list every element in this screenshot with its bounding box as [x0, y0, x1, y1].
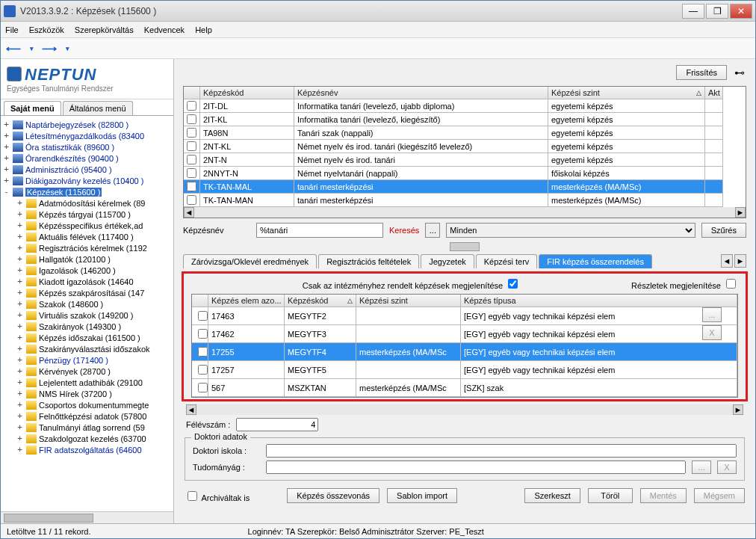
- row-checkbox[interactable]: [187, 101, 196, 111]
- grid-scroll-left[interactable]: ◄: [184, 207, 194, 218]
- tree-toggle[interactable]: +: [16, 254, 24, 264]
- tab-scroll-right[interactable]: ►: [734, 254, 746, 268]
- tree-toggle[interactable]: +: [16, 299, 24, 309]
- merge-button[interactable]: Képzés összevonás: [287, 488, 379, 503]
- tab-own-menu[interactable]: Saját menü: [4, 101, 61, 115]
- edit-button[interactable]: Szerkeszt: [524, 488, 580, 503]
- tree-item[interactable]: +Diákigazolvány kezelés (10400 ): [2, 175, 172, 186]
- cancel-button[interactable]: Mégsem: [694, 488, 745, 503]
- col-elem-type[interactable]: Képzés típusa: [461, 295, 737, 307]
- doctoral-school-input[interactable]: [266, 444, 737, 458]
- tree-toggle[interactable]: +: [16, 400, 24, 410]
- menu-file[interactable]: File: [5, 25, 19, 34]
- tab-fir-mapping[interactable]: FIR képzés összerendelés: [539, 254, 652, 268]
- col-name[interactable]: Képzésnév: [294, 87, 548, 99]
- tree-item[interactable]: +Virtuális szakok (149200 ): [2, 309, 172, 321]
- table-row[interactable]: 17255MEGYTF4 mesterképzés (MA/MSc[EGY] e…: [192, 343, 737, 361]
- tree-toggle[interactable]: +: [16, 333, 24, 342]
- tab-notebooks[interactable]: Jegyzetek: [421, 254, 474, 268]
- tree-toggle[interactable]: +: [16, 232, 24, 241]
- archived-checkbox[interactable]: [188, 491, 197, 501]
- tree-item[interactable]: +Szakirányválasztási időszakok: [2, 343, 172, 354]
- table-row[interactable]: 2NT-KLNémet nyelv és irod. tanári (kiegé…: [184, 140, 746, 153]
- table-row[interactable]: 2NT-NNémet nyelv és irod. tanári egyetem…: [184, 153, 746, 167]
- tree-item[interactable]: +Regisztrációs kérelmek (1192: [2, 242, 172, 253]
- table-row[interactable]: 2IT-KLInformatika tanári (levelező, kieg…: [184, 113, 746, 126]
- tree-item[interactable]: +NMS Hírek (37200 ): [2, 388, 172, 399]
- mapping-scroll-left[interactable]: ◄: [186, 404, 196, 415]
- search-button[interactable]: Keresés: [389, 226, 419, 235]
- tree-toggle[interactable]: +: [16, 445, 24, 455]
- col-akt[interactable]: Akt: [705, 87, 723, 99]
- tree-item[interactable]: +Szakirányok (149300 ): [2, 321, 172, 332]
- tree-toggle[interactable]: +: [16, 344, 24, 354]
- mapping-scroll-right[interactable]: ►: [733, 404, 743, 415]
- maximize-button[interactable]: ❐: [706, 4, 728, 19]
- tree-item[interactable]: +Kérvények (28700 ): [2, 366, 172, 377]
- row-checkbox[interactable]: [187, 141, 196, 151]
- tree-item[interactable]: +Kiadott igazolások (14640: [2, 276, 172, 287]
- grid-scroll-right[interactable]: ►: [735, 207, 746, 218]
- tree-item[interactable]: +Naptárbejegyzések (82800 ): [2, 119, 172, 130]
- tab-general-menu[interactable]: Általános menü: [63, 101, 133, 115]
- tree-toggle[interactable]: +: [16, 366, 24, 376]
- menu-role[interactable]: Szerepkörváltás: [75, 25, 134, 34]
- save-button[interactable]: Mentés: [640, 488, 687, 503]
- tree-toggle[interactable]: +: [16, 265, 24, 275]
- tree-toggle[interactable]: +: [16, 243, 24, 253]
- tree-toggle[interactable]: +: [16, 310, 24, 320]
- tree-toggle[interactable]: +: [16, 434, 24, 443]
- splitter-handle[interactable]: [450, 242, 480, 251]
- tree-item[interactable]: +Képzés időszakai (161500 ): [2, 332, 172, 343]
- col-elem-level[interactable]: Képzési szint: [356, 295, 461, 307]
- row-checkbox[interactable]: [187, 155, 196, 164]
- tree-item[interactable]: +Hallgatók (120100 ): [2, 253, 172, 265]
- table-row[interactable]: 2NNYT-NNémet nyelvtanári (nappali) főisk…: [184, 167, 746, 180]
- tree-toggle[interactable]: +: [16, 355, 24, 365]
- template-import-button[interactable]: Sablon import: [387, 488, 457, 503]
- tree-item[interactable]: +Adatmódosítási kérelmek (89: [2, 197, 172, 209]
- refresh-button[interactable]: Frissítés: [676, 65, 727, 80]
- menu-help[interactable]: Help: [195, 25, 212, 34]
- tree-item[interactable]: +Képzés szakpárosításai (147: [2, 287, 172, 298]
- forward-button[interactable]: ⟶: [41, 40, 58, 57]
- tree-item[interactable]: +Adminisztráció (95400 ): [2, 164, 172, 175]
- discipline-clear-button[interactable]: X: [717, 461, 737, 474]
- col-elem-id[interactable]: Képzés elem azo...: [208, 295, 285, 307]
- tree-toggle[interactable]: +: [2, 164, 10, 174]
- tree-item[interactable]: -Képzések (115600 ): [2, 186, 172, 197]
- tree-toggle[interactable]: +: [16, 389, 24, 398]
- tree-toggle[interactable]: +: [2, 176, 10, 185]
- menu-favorites[interactable]: Kedvencek: [144, 25, 185, 34]
- tree-toggle[interactable]: +: [16, 288, 24, 298]
- archived-checkbox-label[interactable]: Archiváltak is: [185, 489, 250, 503]
- table-row[interactable]: 17462MEGYTF3 [EGY] egyéb vagy technikai …: [192, 325, 737, 343]
- tree-item[interactable]: +FIR adatszolgáltatás (64600: [2, 444, 172, 455]
- tree-item[interactable]: +Létesítménygazdálkodás (83400: [2, 130, 172, 141]
- table-row[interactable]: 567MSZKTAN mesterképzés (MA/MSc[SZK] sza…: [192, 379, 737, 397]
- table-row[interactable]: 17257MEGYTF5 [EGY] egyéb vagy technikai …: [192, 361, 737, 379]
- navigation-tree[interactable]: +Naptárbejegyzések (82800 )+Létesítményg…: [1, 116, 173, 511]
- close-button[interactable]: ✕: [730, 4, 752, 19]
- tree-toggle[interactable]: +: [2, 131, 10, 141]
- tree-toggle[interactable]: +: [16, 277, 24, 286]
- tree-toggle[interactable]: +: [16, 198, 24, 208]
- tree-toggle[interactable]: +: [2, 142, 10, 152]
- tab-exam-results[interactable]: Záróvizsga/Oklevél eredmények: [183, 254, 317, 268]
- menu-tools[interactable]: Eszközök: [29, 25, 64, 34]
- delete-button[interactable]: Töröl: [588, 488, 633, 503]
- col-elem-code[interactable]: Képzéskód△: [285, 295, 356, 307]
- tab-scroll-left[interactable]: ◄: [721, 254, 733, 268]
- tree-toggle[interactable]: +: [16, 321, 24, 331]
- row-checkbox[interactable]: [198, 347, 208, 357]
- search-options-button[interactable]: ...: [425, 223, 440, 238]
- tree-item[interactable]: +Aktuális félévek (117400 ): [2, 231, 172, 242]
- details-checkbox[interactable]: [726, 279, 736, 289]
- table-row[interactable]: TK-TAN-MANtanári mesterképzési mesterkép…: [184, 194, 746, 207]
- back-button[interactable]: ⟵: [5, 40, 22, 57]
- tree-toggle[interactable]: +: [16, 422, 24, 432]
- trainings-grid[interactable]: Képzéskód Képzésnév Képzési szint△ Akt 2…: [183, 86, 746, 218]
- tree-item[interactable]: +Szakok (148600 ): [2, 298, 172, 309]
- only-institution-checkbox[interactable]: [508, 279, 518, 289]
- tab-training-plan[interactable]: Képzési terv: [476, 254, 538, 268]
